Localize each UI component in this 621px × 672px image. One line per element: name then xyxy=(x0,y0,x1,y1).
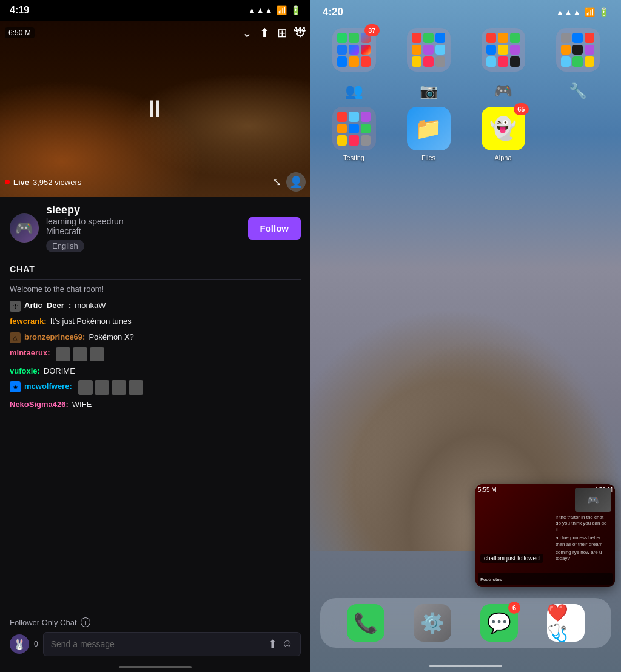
testing-folder[interactable]: Testing xyxy=(323,107,385,161)
username-artic: Artic_Deer_: xyxy=(24,300,71,312)
status-icons-left: ▲▲▲ 📶 🔋 xyxy=(247,5,301,15)
msg-bronze: Pokémon X? xyxy=(89,331,133,343)
mini-facebook xyxy=(337,45,347,55)
fv-bottom-label: Footnotes xyxy=(478,576,505,583)
mini-whatsapp xyxy=(337,33,347,43)
mini-blue xyxy=(337,56,347,67)
snapchat-icon: 👻 xyxy=(489,116,517,141)
snapchat-icon-box: 65 👻 xyxy=(482,107,525,150)
dock-health[interactable]: ❤️🩺 xyxy=(547,604,585,642)
chat-welcome: Welcome to the chat room! xyxy=(10,284,301,294)
tools-folder[interactable] xyxy=(546,28,609,75)
video-timestamp: 6:50 M xyxy=(5,27,35,38)
chat-placeholder: Send a message xyxy=(51,639,115,649)
dock-settings[interactable]: ⚙️ xyxy=(414,604,451,642)
alpha-label: Alpha xyxy=(494,154,511,161)
live-text: Live xyxy=(13,178,29,187)
chat-input-box[interactable]: Send a message ⬆ ☺ xyxy=(43,632,301,656)
twitch-panel: 4:19 ▲▲▲ 📶 🔋 6:50 M ⌄ ⬆ ⊞ ⚙ ⏸ 444 Live xyxy=(0,0,310,672)
games-folder[interactable] xyxy=(472,28,534,75)
expand-icon[interactable]: ⤡ xyxy=(272,175,281,189)
messages-badge: 6 xyxy=(508,602,520,614)
pf4 xyxy=(412,45,422,55)
msg-neko: WIFE xyxy=(72,398,92,411)
test6 xyxy=(361,124,371,134)
gamepad-icon: 🎮 xyxy=(494,82,512,99)
username-minta: mintaerux: xyxy=(10,347,50,359)
streamer-avatar[interactable]: 🎮 xyxy=(10,213,39,243)
pf9 xyxy=(435,56,446,67)
info-icon[interactable]: i xyxy=(81,617,90,627)
chat-section: CHAT Welcome to the chat room! 🗡 Artic_D… xyxy=(0,260,310,611)
tf6 xyxy=(585,45,595,55)
send-icon[interactable]: ⬆ xyxy=(268,637,277,651)
chevron-down-icon[interactable]: ⌄ xyxy=(242,25,252,40)
live-dot xyxy=(5,180,10,184)
fv-chat-line-1: if the traitor in the chat do you think … xyxy=(556,514,610,533)
camera-icon: 📷 xyxy=(420,82,438,99)
tf9 xyxy=(585,56,595,67)
username-fewcrank: fewcrank: xyxy=(10,315,47,328)
username-neko: NekoSigma426: xyxy=(10,398,69,411)
floating-video-bottom-bar: Footnotes xyxy=(478,573,613,585)
health-icon-box: ❤️🩺 xyxy=(547,604,585,642)
mini-orange xyxy=(349,56,359,67)
chat-message-vufo: vufoxie: DORIME xyxy=(10,365,301,377)
files-app[interactable]: 📁 Files xyxy=(397,107,460,161)
app-grid-row3: Testing 📁 Files 65 👻 Alpha xyxy=(310,101,621,167)
files-icon: 📁 xyxy=(415,116,442,141)
chat-message-fewcrank: fewcrank: It's just Pokémon tunes xyxy=(10,315,301,328)
grid-icon[interactable]: ⊞ xyxy=(277,25,287,40)
settings-icon-box: ⚙️ xyxy=(414,604,451,642)
dock-phone[interactable]: 📞 xyxy=(347,604,384,642)
video-container[interactable]: 6:50 M ⌄ ⬆ ⊞ ⚙ ⏸ 444 Live 3,952 viewers … xyxy=(0,21,310,197)
photo-folder[interactable] xyxy=(397,28,460,75)
stream-game: Minecraft xyxy=(46,226,241,236)
home-indicator-left xyxy=(0,662,310,672)
wifi-icon-right: 📶 xyxy=(585,7,595,17)
chat-message-neko: NekoSigma426: WIFE xyxy=(10,398,301,411)
chat-badge-bronze: △ xyxy=(10,332,21,343)
gf7 xyxy=(486,56,497,67)
alpha-app[interactable]: 65 👻 Alpha xyxy=(472,107,534,161)
fv-chat-line-3: coming rye how are u today? xyxy=(556,549,610,562)
test1 xyxy=(337,112,347,122)
files-label: Files xyxy=(421,154,435,161)
language-badge[interactable]: English xyxy=(46,240,84,252)
social-folder[interactable]: 37 xyxy=(323,28,385,75)
username-vufo: vufoxie: xyxy=(10,365,40,377)
floating-video-thumbnail: 🎮 xyxy=(575,488,611,512)
dock: 📞 ⚙️ 💬 6 ❤️🩺 xyxy=(320,598,611,648)
test7 xyxy=(337,135,347,146)
msg-vufo: DORIME xyxy=(44,365,75,377)
test9 xyxy=(361,135,371,146)
stream-info: 🎮 sleepy learning to speedrun Minecraft … xyxy=(0,197,310,260)
chat-count: 0 xyxy=(34,640,38,648)
tools-folder-box xyxy=(556,28,600,72)
home-bar-left xyxy=(119,666,192,668)
mini-maps xyxy=(349,33,359,43)
tf2 xyxy=(572,33,583,43)
share-icon[interactable]: ⬆ xyxy=(260,25,270,40)
viewer-count-top: 444 xyxy=(294,25,306,34)
emoji-icon[interactable]: ☺ xyxy=(282,637,293,651)
chat-label: CHAT xyxy=(10,264,301,280)
util1: 👥 xyxy=(323,82,385,99)
tf5 xyxy=(572,45,583,55)
chat-message-artic: 🗡 Artic_Deer_: monkaW xyxy=(10,300,301,312)
status-bar-right: 4:20 ▲▲▲ 📶 🔋 xyxy=(310,0,621,22)
chat-messages: 🗡 Artic_Deer_: monkaW fewcrank: It's jus… xyxy=(10,300,301,411)
tf1 xyxy=(561,33,571,43)
dock-messages[interactable]: 💬 6 xyxy=(480,604,518,642)
home-indicator-right xyxy=(429,665,502,667)
emote-minta xyxy=(56,347,104,361)
avatar-image: 🎮 xyxy=(10,213,39,243)
video-bottom-bar: Live 3,952 viewers ⤡ 👤 xyxy=(5,172,306,192)
home-bar-right xyxy=(429,665,502,667)
pause-icon[interactable]: ⏸ xyxy=(143,95,167,123)
messages-icon: 💬 xyxy=(487,611,511,634)
util3: 🎮 xyxy=(472,82,534,99)
emote-mcwolf xyxy=(78,380,143,395)
floating-video[interactable]: 5:55 M 4:59 M 🎮 challoni just followed i… xyxy=(475,484,615,587)
follow-button[interactable]: Follow xyxy=(248,217,301,240)
